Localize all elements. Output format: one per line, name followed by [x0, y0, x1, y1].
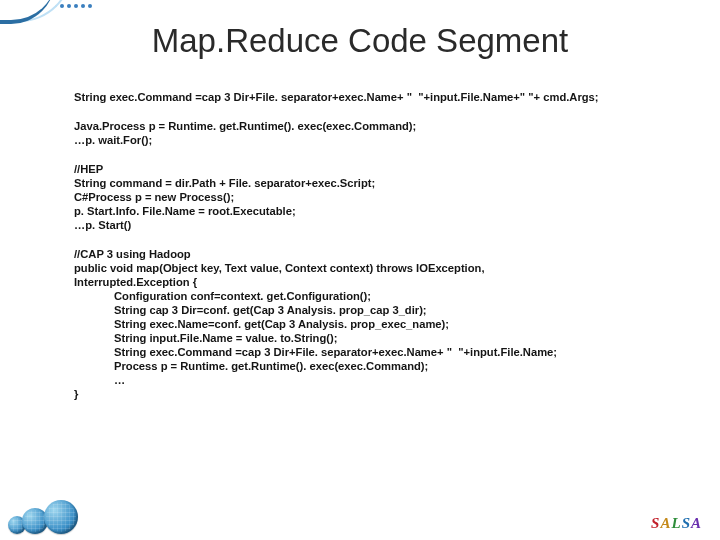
code-block-cap3: //CAP 3 using Hadoop public void map(Obj… — [74, 247, 670, 401]
footer-globes-decoration — [8, 500, 74, 534]
brand-letter: S — [682, 515, 691, 531]
code-body: String exec.Command =cap 3 Dir+File. sep… — [74, 90, 670, 401]
code-text: String command = dir.Path + File. separa… — [74, 177, 375, 189]
code-text: Interrupted.Exception { — [74, 276, 197, 288]
code-text: p. Start.Info. File.Name = root.Executab… — [74, 205, 296, 217]
globe-icon — [44, 500, 78, 534]
code-text: Process p = Runtime. get.Runtime(). exec… — [74, 359, 670, 373]
code-block-hep: //HEP String command = dir.Path + File. … — [74, 162, 670, 232]
code-block-java: Java.Process p = Runtime. get.Runtime().… — [74, 119, 670, 147]
code-text: …p. Start() — [74, 219, 131, 231]
code-text: String exec.Command =cap 3 Dir+File. sep… — [74, 345, 670, 359]
code-text: } — [74, 388, 78, 400]
code-text: …p. wait.For(); — [74, 134, 152, 146]
code-text: String cap 3 Dir=conf. get(Cap 3 Analysi… — [74, 303, 670, 317]
code-text: C#Process p = new Process(); — [74, 191, 234, 203]
brand-letter: A — [691, 515, 702, 531]
brand-letter: L — [671, 515, 681, 531]
code-text: String input.File.Name = value. to.Strin… — [74, 331, 670, 345]
code-line: String exec.Command =cap 3 Dir+File. sep… — [74, 90, 670, 104]
code-text: String exec.Command =cap 3 Dir+File. sep… — [74, 91, 599, 103]
code-text: //CAP 3 using Hadoop — [74, 248, 191, 260]
code-text: … — [74, 373, 670, 387]
code-text: //HEP — [74, 163, 103, 175]
salsa-brand: SALSA — [651, 515, 702, 532]
code-text: String exec.Name=conf. get(Cap 3 Analysi… — [74, 317, 670, 331]
code-text: Java.Process p = Runtime. get.Runtime().… — [74, 120, 416, 132]
slide-title: Map.Reduce Code Segment — [0, 22, 720, 60]
code-text: Configuration conf=context. get.Configur… — [74, 289, 670, 303]
slide: Map.Reduce Code Segment String exec.Comm… — [0, 0, 720, 540]
code-text: public void map(Object key, Text value, … — [74, 262, 485, 274]
brand-letter: A — [660, 515, 671, 531]
